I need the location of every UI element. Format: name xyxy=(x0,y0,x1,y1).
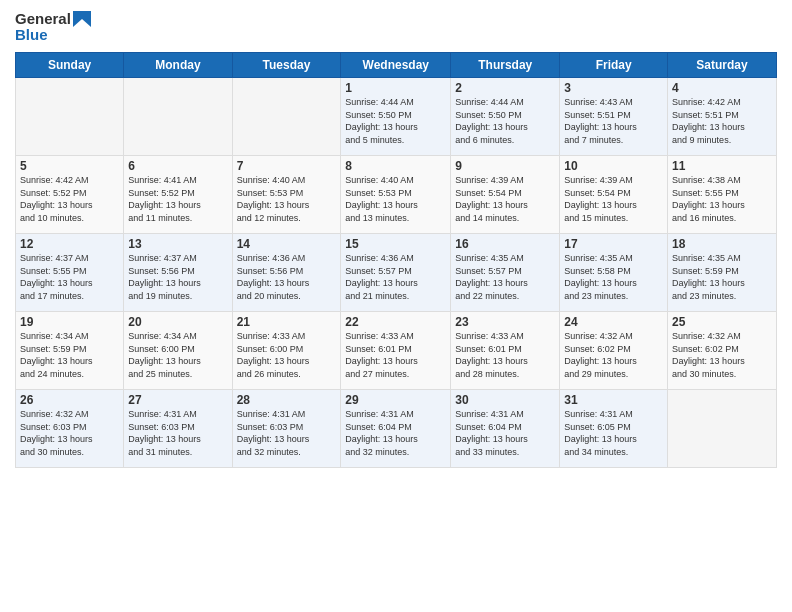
day-info: Sunrise: 4:41 AM Sunset: 5:52 PM Dayligh… xyxy=(128,174,227,224)
day-number: 26 xyxy=(20,393,119,407)
day-number: 24 xyxy=(564,315,663,329)
calendar-cell: 26Sunrise: 4:32 AM Sunset: 6:03 PM Dayli… xyxy=(16,390,124,468)
day-info: Sunrise: 4:34 AM Sunset: 5:59 PM Dayligh… xyxy=(20,330,119,380)
weekday-header-tuesday: Tuesday xyxy=(232,53,341,78)
day-number: 2 xyxy=(455,81,555,95)
day-info: Sunrise: 4:35 AM Sunset: 5:59 PM Dayligh… xyxy=(672,252,772,302)
calendar-cell: 17Sunrise: 4:35 AM Sunset: 5:58 PM Dayli… xyxy=(560,234,668,312)
day-number: 22 xyxy=(345,315,446,329)
day-info: Sunrise: 4:32 AM Sunset: 6:03 PM Dayligh… xyxy=(20,408,119,458)
calendar-cell: 12Sunrise: 4:37 AM Sunset: 5:55 PM Dayli… xyxy=(16,234,124,312)
logo: General Blue xyxy=(15,10,91,44)
day-number: 18 xyxy=(672,237,772,251)
day-info: Sunrise: 4:42 AM Sunset: 5:51 PM Dayligh… xyxy=(672,96,772,146)
day-info: Sunrise: 4:37 AM Sunset: 5:55 PM Dayligh… xyxy=(20,252,119,302)
calendar-cell: 21Sunrise: 4:33 AM Sunset: 6:00 PM Dayli… xyxy=(232,312,341,390)
day-number: 17 xyxy=(564,237,663,251)
calendar-week-row: 26Sunrise: 4:32 AM Sunset: 6:03 PM Dayli… xyxy=(16,390,777,468)
day-number: 7 xyxy=(237,159,337,173)
calendar-cell: 19Sunrise: 4:34 AM Sunset: 5:59 PM Dayli… xyxy=(16,312,124,390)
svg-marker-0 xyxy=(73,11,91,27)
page-header: General Blue xyxy=(15,10,777,44)
calendar-cell: 5Sunrise: 4:42 AM Sunset: 5:52 PM Daylig… xyxy=(16,156,124,234)
day-info: Sunrise: 4:35 AM Sunset: 5:58 PM Dayligh… xyxy=(564,252,663,302)
day-info: Sunrise: 4:40 AM Sunset: 5:53 PM Dayligh… xyxy=(237,174,337,224)
calendar-cell: 16Sunrise: 4:35 AM Sunset: 5:57 PM Dayli… xyxy=(451,234,560,312)
day-info: Sunrise: 4:33 AM Sunset: 6:01 PM Dayligh… xyxy=(455,330,555,380)
day-number: 25 xyxy=(672,315,772,329)
calendar-cell: 9Sunrise: 4:39 AM Sunset: 5:54 PM Daylig… xyxy=(451,156,560,234)
calendar-cell: 10Sunrise: 4:39 AM Sunset: 5:54 PM Dayli… xyxy=(560,156,668,234)
calendar-cell: 20Sunrise: 4:34 AM Sunset: 6:00 PM Dayli… xyxy=(124,312,232,390)
calendar-cell xyxy=(668,390,777,468)
day-number: 29 xyxy=(345,393,446,407)
calendar-cell: 14Sunrise: 4:36 AM Sunset: 5:56 PM Dayli… xyxy=(232,234,341,312)
day-info: Sunrise: 4:31 AM Sunset: 6:04 PM Dayligh… xyxy=(455,408,555,458)
day-info: Sunrise: 4:44 AM Sunset: 5:50 PM Dayligh… xyxy=(455,96,555,146)
day-info: Sunrise: 4:31 AM Sunset: 6:05 PM Dayligh… xyxy=(564,408,663,458)
calendar-cell: 1Sunrise: 4:44 AM Sunset: 5:50 PM Daylig… xyxy=(341,78,451,156)
calendar-week-row: 19Sunrise: 4:34 AM Sunset: 5:59 PM Dayli… xyxy=(16,312,777,390)
day-number: 9 xyxy=(455,159,555,173)
calendar-cell: 23Sunrise: 4:33 AM Sunset: 6:01 PM Dayli… xyxy=(451,312,560,390)
day-number: 5 xyxy=(20,159,119,173)
day-number: 14 xyxy=(237,237,337,251)
day-number: 16 xyxy=(455,237,555,251)
calendar-table: SundayMondayTuesdayWednesdayThursdayFrid… xyxy=(15,52,777,468)
day-number: 1 xyxy=(345,81,446,95)
day-number: 28 xyxy=(237,393,337,407)
calendar-cell: 30Sunrise: 4:31 AM Sunset: 6:04 PM Dayli… xyxy=(451,390,560,468)
calendar-cell: 25Sunrise: 4:32 AM Sunset: 6:02 PM Dayli… xyxy=(668,312,777,390)
calendar-week-row: 1Sunrise: 4:44 AM Sunset: 5:50 PM Daylig… xyxy=(16,78,777,156)
calendar-cell: 28Sunrise: 4:31 AM Sunset: 6:03 PM Dayli… xyxy=(232,390,341,468)
calendar-cell: 18Sunrise: 4:35 AM Sunset: 5:59 PM Dayli… xyxy=(668,234,777,312)
calendar-cell: 11Sunrise: 4:38 AM Sunset: 5:55 PM Dayli… xyxy=(668,156,777,234)
weekday-header-friday: Friday xyxy=(560,53,668,78)
day-info: Sunrise: 4:39 AM Sunset: 5:54 PM Dayligh… xyxy=(455,174,555,224)
day-info: Sunrise: 4:43 AM Sunset: 5:51 PM Dayligh… xyxy=(564,96,663,146)
calendar-cell xyxy=(16,78,124,156)
day-number: 15 xyxy=(345,237,446,251)
day-info: Sunrise: 4:37 AM Sunset: 5:56 PM Dayligh… xyxy=(128,252,227,302)
day-info: Sunrise: 4:31 AM Sunset: 6:04 PM Dayligh… xyxy=(345,408,446,458)
day-info: Sunrise: 4:36 AM Sunset: 5:57 PM Dayligh… xyxy=(345,252,446,302)
day-number: 20 xyxy=(128,315,227,329)
day-info: Sunrise: 4:36 AM Sunset: 5:56 PM Dayligh… xyxy=(237,252,337,302)
calendar-cell: 27Sunrise: 4:31 AM Sunset: 6:03 PM Dayli… xyxy=(124,390,232,468)
day-number: 12 xyxy=(20,237,119,251)
day-number: 23 xyxy=(455,315,555,329)
day-info: Sunrise: 4:39 AM Sunset: 5:54 PM Dayligh… xyxy=(564,174,663,224)
weekday-header-saturday: Saturday xyxy=(668,53,777,78)
day-number: 8 xyxy=(345,159,446,173)
weekday-header-thursday: Thursday xyxy=(451,53,560,78)
calendar-cell: 24Sunrise: 4:32 AM Sunset: 6:02 PM Dayli… xyxy=(560,312,668,390)
logo-text: General Blue xyxy=(15,10,91,44)
calendar-cell: 29Sunrise: 4:31 AM Sunset: 6:04 PM Dayli… xyxy=(341,390,451,468)
calendar-cell: 3Sunrise: 4:43 AM Sunset: 5:51 PM Daylig… xyxy=(560,78,668,156)
day-info: Sunrise: 4:31 AM Sunset: 6:03 PM Dayligh… xyxy=(237,408,337,458)
day-info: Sunrise: 4:40 AM Sunset: 5:53 PM Dayligh… xyxy=(345,174,446,224)
day-number: 11 xyxy=(672,159,772,173)
day-info: Sunrise: 4:33 AM Sunset: 6:00 PM Dayligh… xyxy=(237,330,337,380)
logo-blue: Blue xyxy=(15,26,48,44)
day-info: Sunrise: 4:33 AM Sunset: 6:01 PM Dayligh… xyxy=(345,330,446,380)
calendar-cell: 22Sunrise: 4:33 AM Sunset: 6:01 PM Dayli… xyxy=(341,312,451,390)
calendar-cell: 7Sunrise: 4:40 AM Sunset: 5:53 PM Daylig… xyxy=(232,156,341,234)
day-number: 19 xyxy=(20,315,119,329)
calendar-cell: 2Sunrise: 4:44 AM Sunset: 5:50 PM Daylig… xyxy=(451,78,560,156)
weekday-header-row: SundayMondayTuesdayWednesdayThursdayFrid… xyxy=(16,53,777,78)
logo-arrow-icon xyxy=(73,11,91,27)
day-number: 27 xyxy=(128,393,227,407)
day-info: Sunrise: 4:34 AM Sunset: 6:00 PM Dayligh… xyxy=(128,330,227,380)
day-info: Sunrise: 4:32 AM Sunset: 6:02 PM Dayligh… xyxy=(564,330,663,380)
day-number: 3 xyxy=(564,81,663,95)
calendar-cell: 8Sunrise: 4:40 AM Sunset: 5:53 PM Daylig… xyxy=(341,156,451,234)
day-info: Sunrise: 4:38 AM Sunset: 5:55 PM Dayligh… xyxy=(672,174,772,224)
calendar-cell: 15Sunrise: 4:36 AM Sunset: 5:57 PM Dayli… xyxy=(341,234,451,312)
day-info: Sunrise: 4:35 AM Sunset: 5:57 PM Dayligh… xyxy=(455,252,555,302)
weekday-header-sunday: Sunday xyxy=(16,53,124,78)
day-number: 10 xyxy=(564,159,663,173)
day-info: Sunrise: 4:32 AM Sunset: 6:02 PM Dayligh… xyxy=(672,330,772,380)
day-number: 6 xyxy=(128,159,227,173)
day-number: 30 xyxy=(455,393,555,407)
